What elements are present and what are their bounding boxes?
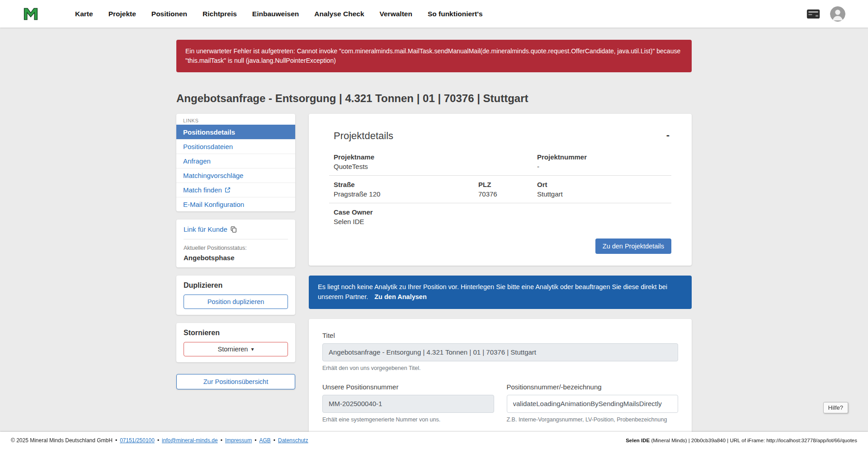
strasse-value: Pragstraße 120 xyxy=(334,190,478,198)
help-button[interactable]: Hilfe? xyxy=(823,402,848,413)
ort-label: Ort xyxy=(537,181,671,188)
customer-link[interactable]: Link für Kunde xyxy=(184,225,237,233)
status-card: Link für Kunde Aktueller Positionsstatus… xyxy=(176,220,295,267)
copy-icon xyxy=(231,226,237,233)
main-column: Projektdetails - Projektname QuoteTests … xyxy=(309,114,692,449)
project-details-button[interactable]: Zu den Projektdetails xyxy=(595,239,671,254)
footer-separator: • xyxy=(255,437,256,444)
footer-separator: • xyxy=(274,437,275,444)
caret-down-icon: ▾ xyxy=(251,346,254,352)
project-details-card: Projektdetails - Projektname QuoteTests … xyxy=(309,114,692,266)
cancel-card: Stornieren Stornieren ▾ xyxy=(176,323,295,362)
positionsnummer-help: Erhält eine systemgenerierte Nummer von … xyxy=(322,416,494,423)
nav-verwalten[interactable]: Verwalten xyxy=(380,10,412,18)
sidebar-item-label: Positionsdateien xyxy=(183,143,233,150)
duplicate-button[interactable]: Position duplizieren xyxy=(184,295,288,309)
nav-so-funktionierts[interactable]: So funktioniert's xyxy=(428,10,483,18)
duplicate-header: Duplizieren xyxy=(184,281,288,290)
sidebar-item-positionsdetails[interactable]: Positionsdetails xyxy=(176,125,295,139)
projektnummer-label: Projektnummer xyxy=(537,153,671,161)
sidebar-item-positionsdateien[interactable]: Positionsdateien xyxy=(176,139,295,154)
ort-value: Stuttgart xyxy=(537,190,671,198)
top-navbar: Karte Projekte Positionen Richtpreis Ein… xyxy=(0,0,868,28)
analytics-banner-text: Es liegt noch keine Analytik zu Ihrer Po… xyxy=(318,283,667,300)
plz-value: 70376 xyxy=(478,190,537,198)
email-link[interactable]: info@mineral-minds.de xyxy=(162,437,218,444)
impressum-link[interactable]: Impressum xyxy=(225,437,252,444)
sidebar-item-label: Match finden xyxy=(183,186,222,194)
agb-link[interactable]: AGB xyxy=(259,437,270,444)
status-label: Aktueller Positionsstatus: xyxy=(184,245,288,251)
nav-richtpreis[interactable]: Richtpreis xyxy=(203,10,237,18)
sidebar-item-anfragen[interactable]: Anfragen xyxy=(176,154,295,168)
status-value: Angebotsphase xyxy=(184,254,288,262)
sidebar-links-card: LINKS Positionsdetails Positionsdateien … xyxy=(176,114,295,211)
project-details-title: Projektdetails xyxy=(334,130,393,142)
sidebar-item-email-konfiguration[interactable]: E-Mail Konfiguration xyxy=(176,197,295,211)
divider xyxy=(184,239,288,239)
session-user: Selen IDE xyxy=(626,438,650,443)
sidebar-item-matchingvorschlaege[interactable]: Matchingvorschläge xyxy=(176,168,295,182)
sidebar-item-label: Anfragen xyxy=(183,157,211,165)
strasse-label: Straße xyxy=(334,181,478,188)
case-owner-label: Case Owner xyxy=(334,208,537,216)
nav-karte[interactable]: Karte xyxy=(75,10,93,18)
card-icon[interactable] xyxy=(807,9,820,19)
customer-link-label: Link für Kunde xyxy=(184,225,227,233)
footer-separator: • xyxy=(221,437,222,444)
custom-nummer-label: Positionsnummer/-bezeichnung xyxy=(507,383,679,391)
nav-einbauweisen[interactable]: Einbauweisen xyxy=(252,10,299,18)
user-avatar[interactable] xyxy=(830,6,845,22)
cancel-button-label: Stornieren xyxy=(218,346,248,353)
duplicate-card: Duplizieren Position duplizieren xyxy=(176,276,295,315)
datenschutz-link[interactable]: Datenschutz xyxy=(278,437,308,444)
case-owner-value: Selen IDE xyxy=(334,218,537,225)
copyright-text: © 2025 Mineral Minds Deutschland GmbH xyxy=(11,437,113,444)
phone-link[interactable]: 07151/250100 xyxy=(120,437,155,444)
sidebar: LINKS Positionsdetails Positionsdateien … xyxy=(176,114,295,389)
custom-nummer-input[interactable] xyxy=(507,395,679,413)
projektnummer-value: - xyxy=(537,163,671,170)
links-header: LINKS xyxy=(176,114,295,125)
projektname-label: Projektname xyxy=(334,153,537,161)
footer: © 2025 Mineral Minds Deutschland GmbH • … xyxy=(0,432,868,449)
titel-input xyxy=(322,343,678,361)
sidebar-item-label: Positionsdetails xyxy=(183,128,235,136)
collapse-button[interactable]: - xyxy=(665,130,671,140)
titel-label: Titel xyxy=(322,332,678,339)
main-nav: Karte Projekte Positionen Richtpreis Ein… xyxy=(75,10,483,18)
logo-m-icon xyxy=(23,6,39,22)
footer-separator: • xyxy=(157,437,159,444)
sidebar-item-label: Matchingvorschläge xyxy=(183,172,243,179)
person-icon xyxy=(830,6,845,22)
positionsnummer-label: Unsere Positionsnummer xyxy=(322,383,494,391)
cancel-header: Stornieren xyxy=(184,329,288,337)
project-row: Straße Pragstraße 120 PLZ 70376 Ort Stut… xyxy=(329,176,671,203)
analytics-banner: Es liegt noch keine Analytik zu Ihrer Po… xyxy=(309,276,692,309)
positionsnummer-input xyxy=(322,395,494,413)
external-link-icon xyxy=(225,187,231,193)
analytics-link[interactable]: Zu den Analysen xyxy=(374,293,426,300)
projektname-value: QuoteTests xyxy=(334,163,537,170)
session-info: Selen IDE (Mineral Minds) | 20b0cb39a840… xyxy=(626,438,857,443)
page-body: Ein unerwarteter Fehler ist aufgetreten:… xyxy=(0,28,868,449)
position-form-card: Titel Erhält den von uns vorgegebenen Ti… xyxy=(309,319,692,449)
project-row: Projektname QuoteTests Projektnummer - xyxy=(329,148,671,176)
plz-label: PLZ xyxy=(478,181,537,188)
nav-analyse-check[interactable]: Analyse Check xyxy=(314,10,364,18)
footer-left: © 2025 Mineral Minds Deutschland GmbH • … xyxy=(11,437,308,444)
page-title: Angebotsanfrage - Entsorgung | 4.321 Ton… xyxy=(176,92,692,105)
cancel-button[interactable]: Stornieren ▾ xyxy=(184,342,288,356)
brand-logo[interactable] xyxy=(23,6,39,22)
custom-nummer-help: Z.B. Interne-Vorgangsnummer, LV-Position… xyxy=(507,416,679,423)
session-details: (Mineral Minds) | 20b0cb39a840 | URL of … xyxy=(650,438,857,443)
footer-separator: • xyxy=(115,437,117,444)
nav-projekte[interactable]: Projekte xyxy=(108,10,136,18)
error-banner: Ein unerwarteter Fehler ist aufgetreten:… xyxy=(176,40,692,72)
sidebar-item-label: E-Mail Konfiguration xyxy=(183,201,244,208)
titel-help: Erhält den von uns vorgegebenen Titel. xyxy=(322,365,678,371)
nav-positionen[interactable]: Positionen xyxy=(151,10,187,18)
overview-button[interactable]: Zur Positionsübersicht xyxy=(176,374,295,389)
sidebar-item-match-finden[interactable]: Match finden xyxy=(176,182,295,197)
project-row: Case Owner Selen IDE xyxy=(329,203,671,230)
